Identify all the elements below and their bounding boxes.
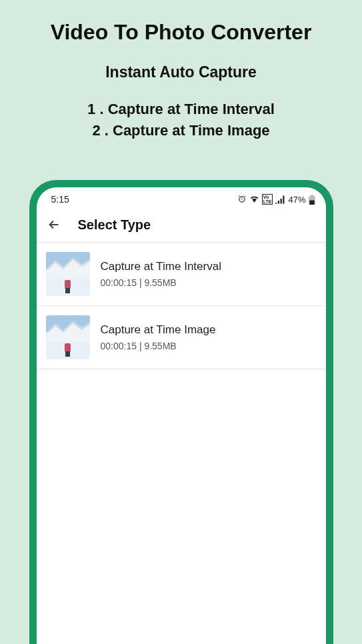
- promo-subtitle: Instant Auto Capture: [13, 63, 349, 81]
- page-title: Select Type: [78, 217, 151, 233]
- video-thumbnail: [46, 315, 90, 359]
- arrow-left-icon: [47, 217, 61, 232]
- list-item-time-interval[interactable]: Capture at Time Interval 00:00:15 | 9.55…: [37, 242, 326, 305]
- video-thumbnail: [46, 252, 90, 296]
- promo-header: Video To Photo Converter Instant Auto Ca…: [0, 0, 362, 155]
- list-item-time-image[interactable]: Capture at Time Image 00:00:15 | 9.55MB: [37, 305, 326, 369]
- promo-feature-list: 1 . Capture at Time Interval 2 . Capture…: [13, 99, 349, 141]
- item-meta: 00:00:15 | 9.55MB: [101, 277, 317, 288]
- promo-feature-1: 1 . Capture at Time Interval: [13, 99, 349, 120]
- empty-content: [37, 369, 326, 644]
- svg-rect-4: [65, 280, 71, 289]
- svg-rect-10: [65, 343, 71, 352]
- battery-icon: [309, 195, 315, 205]
- status-indicators: VoLTE 47%: [237, 194, 315, 205]
- item-text: Capture at Time Image 00:00:15 | 9.55MB: [101, 323, 317, 351]
- battery-text: 47%: [288, 195, 305, 205]
- app-header: Select Type: [37, 207, 326, 242]
- svg-rect-11: [65, 351, 70, 357]
- phone-frame: 5:15 VoLTE 47%: [29, 180, 333, 644]
- status-time: 5:15: [47, 194, 69, 205]
- item-title: Capture at Time Interval: [101, 260, 317, 273]
- phone-screen: 5:15 VoLTE 47%: [37, 187, 326, 644]
- status-bar: 5:15 VoLTE 47%: [37, 187, 326, 207]
- wifi-icon: [249, 195, 259, 204]
- item-title: Capture at Time Image: [101, 323, 317, 337]
- item-meta: 00:00:15 | 9.55MB: [101, 341, 317, 351]
- promo-title: Video To Photo Converter: [13, 20, 349, 45]
- alarm-icon: [237, 195, 247, 204]
- type-list: Capture at Time Interval 00:00:15 | 9.55…: [37, 242, 326, 369]
- back-button[interactable]: [46, 217, 62, 233]
- item-text: Capture at Time Interval 00:00:15 | 9.55…: [101, 260, 317, 288]
- signal-icon: [275, 195, 285, 204]
- lte-icon: VoLTE: [262, 194, 273, 205]
- svg-rect-5: [65, 288, 70, 293]
- promo-feature-2: 2 . Capture at Time Image: [13, 120, 349, 141]
